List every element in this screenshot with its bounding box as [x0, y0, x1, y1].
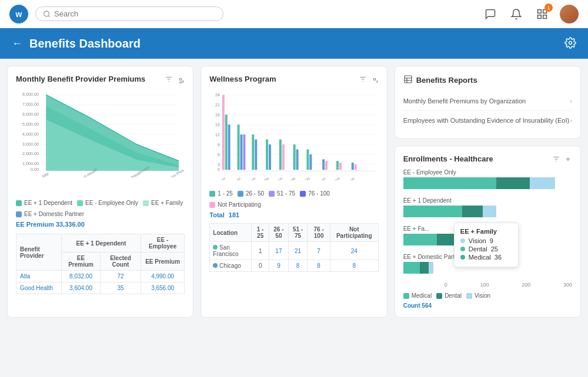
legend-label-vision: Vision — [475, 292, 490, 299]
notification-button[interactable] — [508, 6, 524, 22]
sf-1-25: 1 — [252, 242, 269, 260]
legend-item-ee1dep: EE + 1 Dependent — [16, 200, 72, 206]
settings-icon[interactable] — [564, 37, 576, 51]
enroll-bar-ee-only — [403, 177, 572, 189]
legend-label-51-75: 51 - 75 — [277, 190, 295, 197]
col-location: Location — [210, 224, 252, 242]
x-label-0: 0 — [445, 282, 447, 288]
table-row: San Francisco 1 17 21 7 24 — [210, 242, 378, 260]
workday-logo[interactable]: w — [9, 5, 28, 23]
legend-label-ee1dep: EE + 1 Dependent — [24, 200, 72, 206]
svg-point-38 — [373, 78, 376, 80]
ee-premium-value: 33,336.00 — [56, 221, 85, 228]
enroll-row-ee1dep: EE + 1 Dependent — [403, 197, 572, 217]
svg-rect-71 — [310, 154, 312, 170]
x-label-100: 100 — [480, 282, 489, 288]
wellness-total-label: Total — [209, 211, 224, 218]
report-item-1[interactable]: Monthly Benefit Premiums by Organization… — [403, 92, 572, 111]
settings-chart-icon[interactable] — [176, 75, 185, 83]
table-row: Chicago 0 9 8 8 8 — [210, 260, 378, 272]
svg-text:8,000.00: 8,000.00 — [22, 93, 39, 97]
svg-text:24: 24 — [215, 93, 220, 97]
svg-rect-2 — [538, 9, 542, 13]
svg-rect-68 — [293, 144, 296, 170]
loc-sf: San Francisco — [210, 242, 252, 260]
svg-rect-64 — [266, 139, 268, 170]
premiums-table: Benefit Provider EE + 1 Dependent EE - E… — [16, 234, 185, 294]
enroll-seg-medical-fam — [403, 234, 437, 245]
settings-enroll-icon[interactable] — [564, 155, 572, 163]
user-avatar[interactable] — [560, 5, 579, 23]
svg-point-6 — [569, 41, 572, 44]
search-input[interactable] — [54, 9, 216, 18]
legend-item-eedom: EE + Domestic Partner — [16, 211, 84, 217]
legend-dental: Dental — [436, 292, 462, 299]
tooltip-row-dental: Dental 25 — [460, 245, 512, 253]
report-label-2: Employees with Outstanding Evidence of I… — [403, 117, 569, 124]
tooltip-value-medical: 36 — [495, 254, 502, 261]
table-row: Alta 8,032.00 72 4,990.00 — [16, 271, 185, 282]
card-actions[interactable] — [165, 75, 185, 83]
report-item-2[interactable]: Employees with Outstanding Evidence of I… — [403, 111, 572, 130]
provider-goodhealth[interactable]: Good Health — [16, 282, 62, 294]
svg-rect-56 — [222, 95, 225, 170]
col-76-100: 76 - 100 — [308, 224, 330, 242]
svg-rect-5 — [543, 15, 547, 18]
enroll-count-line: Count 564 — [403, 302, 572, 309]
table-row: Good Health 3,604.00 35 3,656.00 — [16, 282, 185, 294]
svg-rect-67 — [282, 144, 285, 170]
enroll-seg-dental-dom — [420, 262, 428, 274]
enroll-bar-ee1dep — [403, 206, 572, 217]
area-chart-container: 8,000.00 7,000.00 6,000.00 5,000.00 4,00… — [16, 89, 185, 195]
svg-text:New York: New York — [243, 176, 256, 180]
svg-rect-62 — [252, 134, 255, 170]
svg-rect-74 — [336, 161, 339, 170]
filter-icon-wellness[interactable] — [359, 75, 367, 83]
chat-button[interactable] — [482, 6, 499, 22]
svg-rect-60 — [240, 134, 243, 170]
svg-text:Benuys: Benuys — [315, 176, 326, 180]
legend-item-eeonly: EE - Employee Only — [77, 200, 138, 206]
tooltip-row-medical: Medical 36 — [460, 254, 512, 261]
wellness-card-actions[interactable] — [359, 75, 379, 83]
legend-dot-vision — [466, 293, 472, 299]
reports-list: Monthly Benefit Premiums by Organization… — [403, 92, 572, 130]
main-content: Monthly Benefit Provider Premiums — [0, 59, 588, 325]
legend-label-1-25: 1 - 25 — [218, 190, 233, 197]
filter-icon[interactable] — [165, 75, 173, 83]
reports-icon — [403, 75, 413, 86]
back-button[interactable]: ← — [12, 38, 22, 50]
legend-dot-26-50 — [238, 191, 243, 197]
enroll-seg-medical-dom — [403, 262, 420, 274]
svg-text:6,000.00: 6,000.00 — [22, 112, 39, 116]
enrollments-card-actions[interactable] — [552, 155, 572, 163]
svg-rect-89 — [405, 76, 412, 83]
tooltip-row-vision: Vision 9 — [460, 237, 512, 244]
enrollments-legend: Medical Dental Vision — [403, 292, 572, 299]
col-eeonly: EE - Employee — [141, 234, 184, 253]
apps-button[interactable]: 1 — [534, 6, 550, 22]
benefits-reports-card: Benefits Reports Monthly Benefit Premium… — [395, 66, 581, 139]
svg-text:12: 12 — [215, 133, 220, 137]
monthly-premiums-title: Monthly Benefit Provider Premiums — [16, 75, 185, 83]
legend-label-76-100: 76 - 100 — [308, 190, 330, 197]
enroll-seg-dental-ee — [496, 177, 530, 189]
tooltip-title: EE + Family — [460, 228, 512, 235]
chi-76-100: 8 — [308, 260, 330, 272]
filter-icon-enroll[interactable] — [552, 155, 560, 163]
svg-rect-72 — [323, 159, 325, 170]
settings-wellness-icon[interactable] — [370, 75, 379, 83]
provider-alta[interactable]: Alta — [16, 271, 62, 282]
wellness-table: Location 1 - 25 26 - 50 51 - 75 76 - 100… — [209, 223, 378, 272]
tooltip-label-medical: Medical — [469, 254, 491, 261]
svg-text:Atlanta: Atlanta — [286, 176, 297, 180]
page-header: ← Benefits Dashboard — [0, 28, 588, 59]
svg-point-96 — [567, 158, 569, 160]
svg-rect-63 — [255, 139, 258, 170]
svg-rect-76 — [352, 163, 354, 170]
legend-dot-not-part — [209, 202, 215, 208]
svg-line-1 — [48, 15, 49, 16]
chart-legend: EE + 1 Dependent EE - Employee Only EE +… — [16, 200, 185, 217]
search-bar[interactable] — [35, 6, 223, 21]
svg-text:15: 15 — [215, 123, 220, 127]
